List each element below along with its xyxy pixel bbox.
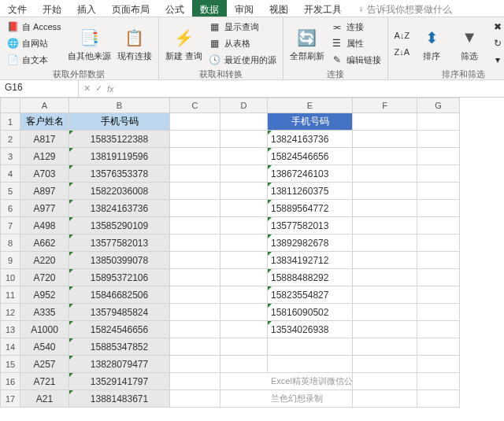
- cell[interactable]: A1000: [20, 321, 69, 338]
- cell[interactable]: 15835122388: [69, 131, 170, 148]
- cell[interactable]: 13824163736: [268, 131, 353, 148]
- cell[interactable]: 13534026938: [268, 321, 353, 338]
- cell[interactable]: [353, 304, 417, 321]
- cell[interactable]: 13824163736: [69, 200, 170, 217]
- cell[interactable]: 15816090502: [268, 304, 353, 321]
- cell[interactable]: [417, 252, 460, 269]
- row-header[interactable]: 9: [0, 252, 20, 269]
- cell[interactable]: [170, 252, 220, 269]
- cell[interactable]: [353, 252, 417, 269]
- sort-button[interactable]: ⬍排序: [414, 24, 449, 62]
- cell[interactable]: A540: [20, 338, 69, 356]
- cell[interactable]: A817: [20, 131, 69, 148]
- cell[interactable]: [170, 321, 220, 338]
- name-box[interactable]: G16: [0, 80, 79, 97]
- cell[interactable]: [220, 217, 268, 235]
- cell[interactable]: 15846682506: [69, 286, 170, 304]
- cell[interactable]: [417, 235, 460, 252]
- cell[interactable]: 客户姓名: [20, 113, 69, 131]
- cell[interactable]: A897: [20, 183, 69, 200]
- cell[interactable]: [417, 269, 460, 286]
- cell[interactable]: [220, 200, 268, 217]
- cell[interactable]: [170, 200, 220, 217]
- cancel-icon[interactable]: ✕: [83, 83, 91, 94]
- tab-插入[interactable]: 插入: [69, 0, 104, 17]
- recent-sources-button[interactable]: 🕓最近使用的源: [207, 52, 278, 68]
- tab-公式[interactable]: 公式: [158, 0, 192, 17]
- cell[interactable]: A703: [20, 165, 69, 183]
- cell[interactable]: 15823554827: [268, 286, 353, 304]
- cell[interactable]: [220, 165, 268, 183]
- cell[interactable]: [353, 183, 417, 200]
- cell[interactable]: [417, 131, 460, 148]
- cell[interactable]: [170, 217, 220, 235]
- worksheet-grid[interactable]: 1234567891011121314151617 ABCDEFG 客户姓名手机…: [0, 98, 504, 408]
- col-header[interactable]: A: [20, 98, 69, 113]
- tab-文件[interactable]: 文件: [0, 0, 35, 17]
- cell[interactable]: [417, 286, 460, 304]
- cell[interactable]: [353, 200, 417, 217]
- row-header[interactable]: 4: [0, 165, 20, 183]
- col-header[interactable]: E: [268, 98, 353, 113]
- tab-数据[interactable]: 数据: [192, 0, 227, 17]
- tab-视图[interactable]: 视图: [261, 0, 296, 17]
- row-header[interactable]: 7: [0, 217, 20, 235]
- cell[interactable]: [170, 183, 220, 200]
- cell[interactable]: 13881483671: [69, 390, 170, 408]
- cell[interactable]: A977: [20, 200, 69, 217]
- cell[interactable]: 手机号码: [268, 113, 353, 131]
- sort-za-button[interactable]: Z↓A: [393, 44, 412, 60]
- cell[interactable]: [268, 356, 353, 373]
- cell[interactable]: [220, 235, 268, 252]
- cell[interactable]: [417, 321, 460, 338]
- cell[interactable]: A129: [20, 148, 69, 165]
- cell[interactable]: 13892982678: [268, 235, 353, 252]
- cell[interactable]: [170, 286, 220, 304]
- cell[interactable]: [353, 373, 417, 390]
- row-header[interactable]: 5: [0, 183, 20, 200]
- cell[interactable]: [353, 321, 417, 338]
- from-access-button[interactable]: 📕自 Access: [5, 19, 63, 35]
- cell[interactable]: [417, 217, 460, 235]
- cell[interactable]: 13585290109: [69, 217, 170, 235]
- cell[interactable]: [220, 252, 268, 269]
- row-header[interactable]: 2: [0, 131, 20, 148]
- cell[interactable]: 15889564772: [268, 200, 353, 217]
- from-text-button[interactable]: 📄自文本: [5, 52, 63, 68]
- cell[interactable]: [417, 148, 460, 165]
- col-header[interactable]: B: [69, 98, 170, 113]
- show-queries-button[interactable]: ▦显示查询: [207, 19, 278, 35]
- cell[interactable]: [353, 269, 417, 286]
- cell[interactable]: 兰色幻想录制: [268, 390, 353, 408]
- filter-button[interactable]: ▼筛选: [452, 24, 487, 62]
- cell[interactable]: 13850399078: [69, 252, 170, 269]
- cell[interactable]: A257: [20, 356, 69, 373]
- new-query-button[interactable]: ⚡新建 查询: [164, 24, 204, 62]
- col-header[interactable]: C: [170, 98, 220, 113]
- advanced-filter-button[interactable]: ▾高级: [490, 52, 504, 68]
- cell[interactable]: [353, 217, 417, 235]
- clear-filter-button[interactable]: ✖清除: [490, 19, 504, 35]
- cell[interactable]: A662: [20, 235, 69, 252]
- edit-links-button[interactable]: ✎编辑链接: [329, 52, 383, 68]
- confirm-icon[interactable]: ✓: [95, 83, 102, 94]
- cell[interactable]: [220, 148, 268, 165]
- cell[interactable]: [220, 269, 268, 286]
- from-web-button[interactable]: 🌐自网站: [5, 35, 63, 51]
- tab-页面布局[interactable]: 页面布局: [104, 0, 158, 17]
- tab-开发工具[interactable]: 开发工具: [296, 0, 350, 17]
- from-other-sources-button[interactable]: 📑自其他来源: [66, 24, 113, 62]
- cell[interactable]: [220, 286, 268, 304]
- cell[interactable]: 15822036008: [69, 183, 170, 200]
- from-table-button[interactable]: ▦从表格: [207, 35, 278, 51]
- refresh-all-button[interactable]: 🔄全部刷新: [288, 24, 326, 62]
- cell[interactable]: [170, 235, 220, 252]
- cell[interactable]: 15895372106: [69, 269, 170, 286]
- cell[interactable]: 13867246103: [268, 165, 353, 183]
- cell[interactable]: Excel精英培训微信公众号出品: [268, 373, 353, 390]
- cell[interactable]: [353, 235, 417, 252]
- cell[interactable]: [220, 373, 268, 390]
- col-header[interactable]: F: [353, 98, 417, 113]
- cell[interactable]: [417, 373, 460, 390]
- row-header[interactable]: 1: [0, 113, 20, 131]
